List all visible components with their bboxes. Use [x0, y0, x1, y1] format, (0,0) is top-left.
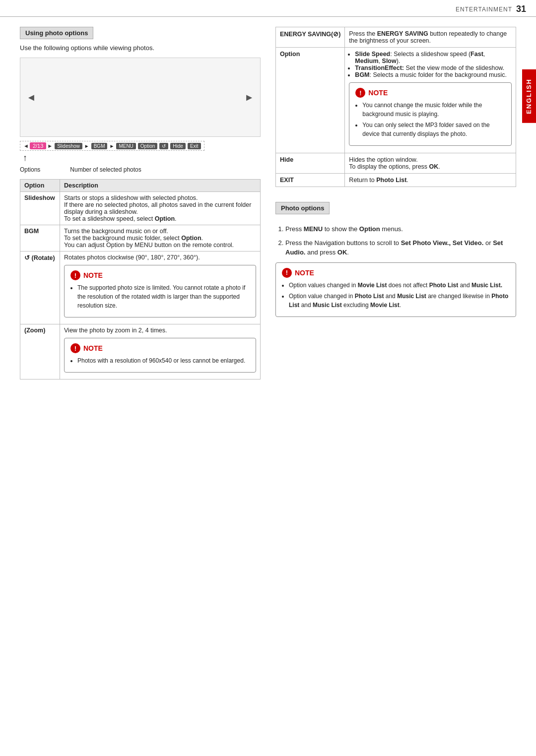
option-bgm: BGM	[20, 225, 60, 252]
note-option-item2: You can only select the MP3 folder saved…	[362, 121, 505, 138]
nav-arrow-left[interactable]: ◄	[23, 143, 29, 149]
right-column: ENERGY SAVING(⊘) Press the ENERGY SAVING…	[275, 27, 516, 379]
note-bottom-item1: Option values changed in Movie List does…	[289, 281, 510, 290]
note-option-item1: You cannot change the music folder while…	[362, 101, 505, 119]
desc-slideshow: Starts or stops a slideshow with selecte…	[60, 192, 261, 225]
note-label: NOTE	[368, 89, 388, 97]
note-zoom-item1: Photos with a resolution of 960x540 or l…	[77, 356, 250, 365]
desc-rotate: Rotates photos clockwise (90°, 180°, 270…	[60, 252, 261, 324]
photo-steps-list: Press MENU to show the Option menus. Pre…	[285, 224, 516, 257]
toolbar-option[interactable]: Option	[138, 143, 157, 149]
option-energy: ENERGY SAVING(⊘)	[276, 27, 345, 48]
table-row: EXIT Return to Photo List.	[276, 174, 516, 187]
toolbar: ◄ 2/13 ► Slideshow ► BGM ► MENU Option ↺…	[20, 141, 261, 151]
option-slideshow: Slideshow	[20, 192, 60, 225]
note-label: NOTE	[83, 271, 103, 279]
table-row: Option Slide Speed: Selects a slideshow …	[276, 48, 516, 153]
right-table: ENERGY SAVING(⊘) Press the ENERGY SAVING…	[275, 27, 516, 187]
next-arrow[interactable]: ►	[244, 92, 254, 103]
section-title-using-photo: Using photo options	[20, 27, 93, 39]
note-icon: !	[282, 268, 292, 278]
main-content: Using photo options Use the following op…	[0, 17, 536, 389]
option-zoom: (Zoom)	[20, 324, 60, 379]
table-row: ENERGY SAVING(⊘) Press the ENERGY SAVING…	[276, 27, 516, 48]
note-bottom-item2: Option value changed in Photo List and M…	[289, 292, 510, 310]
caption-number: Number of selected photos	[70, 166, 141, 173]
captions: Options Number of selected photos	[20, 166, 261, 173]
page-header: ENTERTAINMENT 31	[0, 0, 536, 17]
toolbar-inner: ◄ 2/13 ► Slideshow ► BGM ► MENU Option ↺…	[20, 141, 204, 151]
language-tab: ENGLISH	[522, 69, 536, 123]
note-rotate-item1: The supported photo size is limited. You…	[77, 283, 250, 310]
toolbar-rotate-icon: ↺	[159, 143, 168, 149]
col-option-header: Option	[20, 180, 60, 192]
desc-energy: Press the ENERGY SAVING button repeatedl…	[345, 27, 516, 48]
table-row: BGM Turns the background music on or off…	[20, 225, 261, 252]
step-1: Press MENU to show the Option menus.	[285, 224, 516, 234]
step-2: Press the Navigation buttons to scroll t…	[285, 238, 516, 257]
photo-viewer: ◄ ►	[20, 58, 261, 137]
note-zoom-list: Photos with a resolution of 960x540 or l…	[70, 356, 250, 365]
table-row: Hide Hides the option window. To display…	[276, 153, 516, 174]
note-bottom: ! NOTE Option values changed in Movie Li…	[275, 262, 516, 317]
note-icon: !	[70, 343, 80, 353]
counter-badge: 2/13	[30, 142, 46, 149]
table-row: Slideshow Starts or stops a slideshow wi…	[20, 192, 261, 225]
desc-option: Slide Speed: Selects a slideshow speed (…	[345, 48, 516, 153]
toolbar-slideshow[interactable]: Slideshow	[55, 143, 82, 149]
option-exit: EXIT	[276, 174, 345, 187]
section-label: ENTERTAINMENT	[456, 6, 512, 13]
toolbar-menu[interactable]: MENU	[116, 143, 135, 149]
toolbar-sep1: ►	[84, 143, 89, 149]
note-rotate: ! NOTE The supported photo size is limit…	[64, 265, 256, 317]
caption-options: Options	[20, 166, 40, 173]
desc-exit: Return to Photo List.	[345, 174, 516, 187]
prev-arrow[interactable]: ◄	[26, 92, 36, 103]
note-rotate-header: ! NOTE	[70, 270, 250, 280]
section-title-photo-options: Photo options	[275, 202, 330, 214]
toolbar-bgm[interactable]: BGM	[91, 143, 108, 149]
note-rotate-list: The supported photo size is limited. You…	[70, 283, 250, 310]
table-row: ↺ (Rotate) Rotates photos clockwise (90°…	[20, 252, 261, 324]
toolbar-arrow-indicator: ↑	[23, 153, 261, 163]
note-bottom-list: Option values changed in Movie List does…	[282, 281, 510, 310]
options-table: Option Description Slideshow Starts or s…	[20, 179, 261, 379]
option-hide: Hide	[276, 153, 345, 174]
photo-options-section: Photo options Press MENU to show the Opt…	[275, 202, 516, 257]
note-label: NOTE	[295, 269, 314, 277]
note-icon: !	[70, 270, 80, 280]
toolbar-exit[interactable]: Exit	[188, 143, 201, 149]
intro-text: Use the following options while viewing …	[20, 44, 261, 52]
page-number: 31	[516, 4, 526, 14]
note-label: NOTE	[83, 344, 103, 352]
note-icon: !	[355, 88, 365, 98]
desc-bgm: Turns the background music on or off. To…	[60, 225, 261, 252]
note-option: ! NOTE You cannot change the music folde…	[349, 82, 512, 146]
note-option-list: You cannot change the music folder while…	[355, 101, 505, 138]
col-desc-header: Description	[60, 180, 261, 192]
toolbar-hide[interactable]: Hide	[170, 143, 186, 149]
desc-hide: Hides the option window. To display the …	[345, 153, 516, 174]
left-column: Using photo options Use the following op…	[20, 27, 261, 379]
note-bottom-header: ! NOTE	[282, 268, 510, 278]
note-zoom-header: ! NOTE	[70, 343, 250, 353]
option-option: Option	[276, 48, 345, 153]
desc-zoom: View the photo by zoom in 2, 4 times. ! …	[60, 324, 261, 379]
option-rotate: ↺ (Rotate)	[20, 252, 60, 324]
toolbar-nav-left: ◄ 2/13 ►	[23, 142, 53, 149]
note-option-header: ! NOTE	[355, 88, 505, 98]
table-row: (Zoom) View the photo by zoom in 2, 4 ti…	[20, 324, 261, 379]
nav-arrow-right[interactable]: ►	[47, 143, 53, 149]
toolbar-sep2: ►	[109, 143, 114, 149]
note-zoom: ! NOTE Photos with a resolution of 960x5…	[64, 338, 256, 373]
